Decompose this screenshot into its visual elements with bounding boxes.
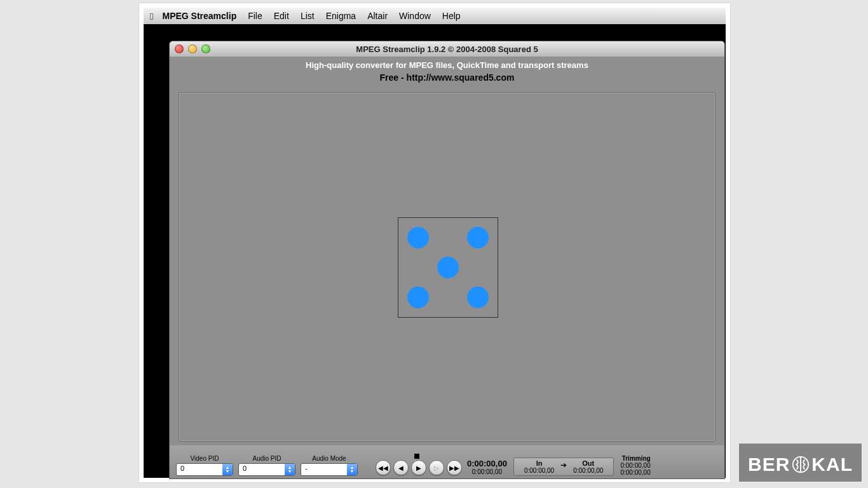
menubar-enigma[interactable]: Enigma [326, 11, 356, 21]
menubar-file[interactable]: File [248, 11, 262, 21]
menubar-app-name[interactable]: MPEG Streamclip [162, 11, 236, 21]
time-display: 0:00:00,00 0:00:00,00 [467, 459, 507, 475]
time-sub: 0:00:00,00 [472, 468, 502, 475]
video-pid-value: 0 [177, 464, 222, 475]
audio-mode-value: - [301, 464, 347, 475]
audio-pid-control: Audio PID 0 ▲▼ [238, 455, 295, 476]
screenshot-stage:  MPEG Streamclip File Edit List Enigma … [139, 3, 731, 483]
window-titlebar[interactable]: MPEG Streamclip 1.9.2 © 2004-2008 Square… [170, 41, 724, 57]
step-button[interactable]: ▷ [429, 460, 444, 475]
trimming-label: Trimming [622, 455, 651, 462]
stop-icon [414, 454, 419, 459]
audio-mode-combo[interactable]: - ▲▼ [301, 463, 358, 476]
in-label: In [536, 459, 543, 467]
audio-mode-label: Audio Mode [312, 455, 346, 462]
arrow-right-icon: ➔ [560, 459, 567, 470]
in-out-panel: In 0:00:00,00 ➔ Out 0:00:00,00 [513, 458, 614, 476]
watermark-post: KAL [811, 454, 853, 475]
prev-button[interactable]: ◀ [393, 460, 409, 475]
mac-menubar:  MPEG Streamclip File Edit List Enigma … [144, 8, 726, 24]
logo-dot-icon [407, 287, 429, 308]
out-label: Out [582, 459, 594, 467]
out-value: 0:00:00,00 [573, 467, 603, 474]
stepper-arrows-icon[interactable]: ▲▼ [285, 464, 295, 475]
in-column[interactable]: In 0:00:00,00 [524, 459, 554, 474]
video-pid-label: Video PID [191, 455, 219, 462]
controls-bar: Video PID 0 ▲▼ Audio PID 0 ▲▼ Audio Mode [170, 445, 724, 478]
menubar-edit[interactable]: Edit [274, 11, 289, 21]
stepper-arrows-icon[interactable]: ▲▼ [347, 464, 357, 475]
window-title: MPEG Streamclip 1.9.2 © 2004-2008 Square… [356, 44, 538, 54]
trimming-panel: Trimming 0:00:00,00 0:00:00,00 [620, 455, 650, 476]
video-pid-control: Video PID 0 ▲▼ [176, 455, 233, 476]
transport-controls: ◀◀ ◀ ▶ ▷ ▶▶ [376, 460, 462, 475]
audio-pid-value: 0 [239, 464, 285, 475]
logo-dot-icon [407, 227, 429, 248]
logo-dot-icon [437, 257, 459, 278]
trimming-value-2: 0:00:00,00 [620, 469, 650, 476]
desktop-background:  MPEG Streamclip File Edit List Enigma … [144, 8, 726, 478]
video-viewport [179, 92, 715, 442]
menubar-altair[interactable]: Altair [367, 11, 388, 21]
menubar-help[interactable]: Help [442, 11, 461, 21]
video-pid-combo[interactable]: 0 ▲▼ [176, 463, 233, 476]
zoom-button[interactable] [201, 44, 210, 53]
audio-pid-label: Audio PID [252, 455, 281, 462]
audio-pid-combo[interactable]: 0 ▲▼ [238, 463, 295, 476]
window-freeline: Free - http://www.squared5.com [170, 70, 724, 83]
logo-dot-icon [467, 227, 489, 248]
time-main: 0:00:00,00 [467, 459, 507, 468]
menubar-list[interactable]: List [301, 11, 315, 21]
menubar-window[interactable]: Window [399, 11, 431, 21]
logo-dot-icon [467, 287, 489, 308]
in-value: 0:00:00,00 [524, 467, 554, 474]
watermark-pre: BER [748, 454, 790, 475]
minimize-button[interactable] [188, 44, 197, 53]
window-tagline: High-quality converter for MPEG files, Q… [170, 57, 724, 70]
brain-icon [791, 455, 810, 474]
trimming-value-1: 0:00:00,00 [620, 462, 650, 469]
fastforward-button[interactable]: ▶▶ [447, 460, 462, 475]
watermark-logo: BER KAL [739, 444, 862, 482]
app-window: MPEG Streamclip 1.9.2 © 2004-2008 Square… [169, 41, 725, 479]
stepper-arrows-icon[interactable]: ▲▼ [222, 464, 233, 475]
out-column[interactable]: Out 0:00:00,00 [573, 459, 603, 474]
play-button[interactable]: ▶ [411, 460, 426, 475]
audio-mode-control: Audio Mode - ▲▼ [301, 455, 358, 476]
apple-menu-icon[interactable]:  [150, 11, 153, 22]
traffic-lights [175, 44, 210, 53]
rewind-button[interactable]: ◀◀ [376, 460, 391, 475]
squared5-logo [398, 217, 498, 318]
close-button[interactable] [175, 44, 184, 53]
